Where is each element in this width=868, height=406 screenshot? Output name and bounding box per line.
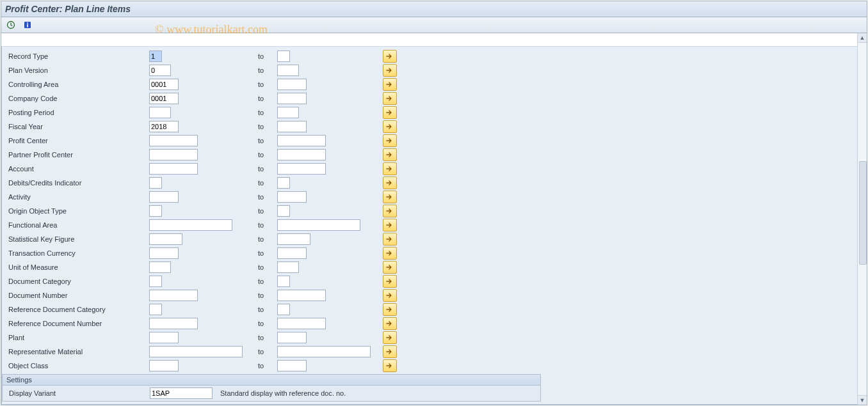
multiple-selection-button[interactable] xyxy=(383,120,397,133)
field-label: Debits/Credits Indicator xyxy=(8,179,149,187)
arrow-right-icon xyxy=(386,109,394,116)
multiple-selection-button[interactable] xyxy=(383,289,397,302)
record-type-to-input[interactable] xyxy=(277,51,290,62)
field-label: Profit Center xyxy=(8,137,149,144)
multiple-selection-button[interactable] xyxy=(383,134,397,147)
object-class-to-input[interactable] xyxy=(277,360,307,371)
doc-number-to-input[interactable] xyxy=(277,290,326,301)
partner-pc-to-input[interactable] xyxy=(277,149,326,160)
field-label: Statistical Key Figure xyxy=(8,235,149,243)
display-variant-description: Standard display with reference doc. no. xyxy=(220,389,346,397)
object-class-from-input[interactable] xyxy=(149,360,179,371)
multiple-selection-button[interactable] xyxy=(383,275,397,288)
controlling-area-from-input[interactable] xyxy=(149,79,179,90)
account-to-input[interactable] xyxy=(277,163,326,175)
arrow-right-icon xyxy=(386,123,394,130)
multiple-selection-button[interactable] xyxy=(383,317,397,330)
multiple-selection-button[interactable] xyxy=(383,78,397,91)
rep-material-from-input[interactable] xyxy=(149,346,243,357)
uom-to-input[interactable] xyxy=(277,262,299,273)
profit-center-to-input[interactable] xyxy=(277,135,326,146)
plant-to-input[interactable] xyxy=(277,332,307,343)
dc-indicator-from-input[interactable] xyxy=(149,177,162,189)
multiple-selection-button[interactable] xyxy=(383,92,397,105)
origin-obj-type-from-input[interactable] xyxy=(149,205,162,217)
vertical-scrollbar[interactable]: ▲ ▼ xyxy=(857,33,867,405)
functional-area-to-input[interactable] xyxy=(277,219,360,231)
selection-row-company-code: Company Codeto xyxy=(2,91,857,105)
multiple-selection-button[interactable] xyxy=(383,176,397,189)
arrow-right-icon xyxy=(386,180,394,186)
multiple-selection-button[interactable] xyxy=(383,303,397,316)
field-label: Origin Object Type xyxy=(8,207,149,215)
stat-key-figure-to-input[interactable] xyxy=(277,233,310,245)
profit-center-from-input[interactable] xyxy=(149,135,198,146)
plan-version-from-input[interactable] xyxy=(149,65,171,76)
multiple-selection-button[interactable] xyxy=(383,162,397,175)
field-label: Reference Document Category xyxy=(8,306,149,313)
rep-material-to-input[interactable] xyxy=(277,346,371,357)
field-label: Account xyxy=(8,165,149,173)
ref-doc-category-to-input[interactable] xyxy=(277,304,290,315)
multiple-selection-button[interactable] xyxy=(383,219,397,231)
multiple-selection-button[interactable] xyxy=(383,205,397,217)
to-label: to xyxy=(258,249,277,257)
multiple-selection-button[interactable] xyxy=(383,148,397,161)
field-label: Document Category xyxy=(8,277,149,285)
controlling-area-to-input[interactable] xyxy=(277,79,307,90)
trans-currency-from-input[interactable] xyxy=(149,247,179,259)
multiple-selection-button[interactable] xyxy=(383,50,397,63)
to-label: to xyxy=(258,52,277,60)
arrow-right-icon xyxy=(386,95,394,102)
company-code-from-input[interactable] xyxy=(149,93,179,104)
ref-doc-number-from-input[interactable] xyxy=(149,318,198,329)
fiscal-year-to-input[interactable] xyxy=(277,121,307,132)
plant-from-input[interactable] xyxy=(149,332,179,343)
company-code-to-input[interactable] xyxy=(277,93,307,104)
stat-key-figure-from-input[interactable] xyxy=(149,233,182,245)
selection-row-posting-period: Posting Periodto xyxy=(2,105,857,120)
ref-doc-number-to-input[interactable] xyxy=(277,318,326,329)
multiple-selection-button[interactable] xyxy=(383,345,397,358)
multiple-selection-button[interactable] xyxy=(383,191,397,203)
arrow-right-icon xyxy=(386,166,394,172)
multiple-selection-button[interactable] xyxy=(383,233,397,246)
multiple-selection-button[interactable] xyxy=(383,261,397,274)
scroll-down-arrow[interactable]: ▼ xyxy=(858,395,867,405)
plan-version-to-input[interactable] xyxy=(277,65,299,76)
account-from-input[interactable] xyxy=(149,163,198,175)
uom-from-input[interactable] xyxy=(149,262,171,273)
to-label: to xyxy=(258,179,277,187)
info-button[interactable] xyxy=(20,18,35,32)
functional-area-from-input[interactable] xyxy=(149,219,232,231)
arrow-right-icon xyxy=(386,264,394,270)
scroll-up-arrow[interactable]: ▲ xyxy=(858,33,867,43)
doc-category-from-input[interactable] xyxy=(149,276,162,287)
field-label: Representative Material xyxy=(8,348,149,355)
dc-indicator-to-input[interactable] xyxy=(277,177,290,189)
fiscal-year-from-input[interactable] xyxy=(149,121,179,132)
posting-period-from-input[interactable] xyxy=(149,107,171,118)
record-type-from-input[interactable] xyxy=(149,51,162,62)
activity-to-input[interactable] xyxy=(277,191,307,203)
display-variant-input[interactable] xyxy=(150,387,213,399)
multiple-selection-button[interactable] xyxy=(383,331,397,344)
scroll-thumb[interactable] xyxy=(859,161,867,265)
multiple-selection-button[interactable] xyxy=(383,359,397,372)
field-label: Transaction Currency xyxy=(8,249,149,257)
selection-row-rep-material: Representative Materialto xyxy=(2,345,857,359)
activity-from-input[interactable] xyxy=(149,191,179,203)
origin-obj-type-to-input[interactable] xyxy=(277,205,290,217)
posting-period-to-input[interactable] xyxy=(277,107,299,118)
partner-pc-from-input[interactable] xyxy=(149,149,198,160)
multiple-selection-button[interactable] xyxy=(383,247,397,260)
multiple-selection-button[interactable] xyxy=(383,106,397,119)
execute-button[interactable] xyxy=(4,18,18,32)
info-icon xyxy=(23,20,32,29)
selection-row-functional-area: Functional Areato xyxy=(2,218,857,232)
trans-currency-to-input[interactable] xyxy=(277,247,307,259)
multiple-selection-button[interactable] xyxy=(383,64,397,77)
ref-doc-category-from-input[interactable] xyxy=(149,304,162,315)
doc-category-to-input[interactable] xyxy=(277,276,290,287)
doc-number-from-input[interactable] xyxy=(149,290,198,301)
